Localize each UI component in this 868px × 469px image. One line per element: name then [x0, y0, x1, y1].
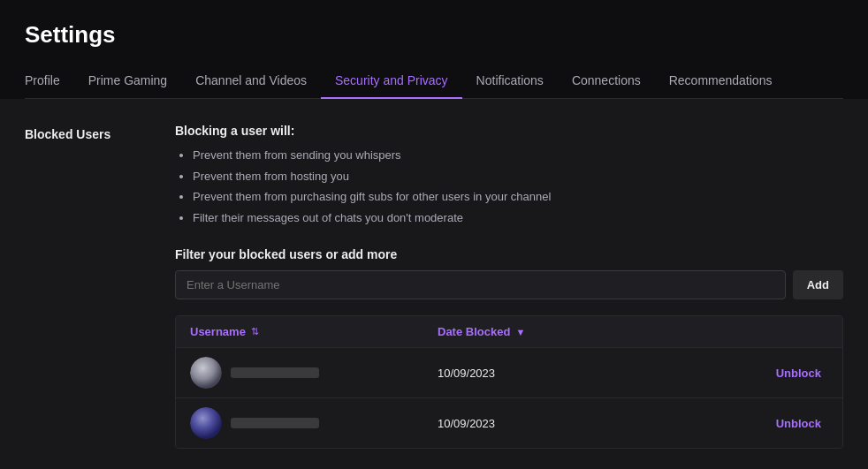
row-2-date: 10/09/2023 — [438, 417, 758, 430]
bullet-4: Filter their messages out of chats you d… — [193, 209, 843, 227]
row-2-username-blurred — [231, 418, 319, 428]
username-input[interactable] — [175, 270, 786, 299]
section-sidebar-title: Blocked Users — [25, 124, 140, 141]
blocking-bullets: Prevent them from sending you whispers P… — [175, 147, 843, 226]
filter-title: Filter your blocked users or add more — [175, 247, 843, 261]
date-col-label: Date Blocked — [438, 325, 510, 338]
bullet-1: Prevent them from sending you whispers — [193, 147, 843, 164]
row-1-username-cell — [190, 357, 438, 389]
row-1-unblock-button[interactable]: Unblock — [769, 363, 828, 383]
table-header: Username ⇅ Date Blocked ▼ — [176, 316, 842, 348]
col-date-header: Date Blocked ▼ — [438, 325, 828, 338]
nav-tabs: Profile Prime Gaming Channel and Videos … — [25, 66, 843, 99]
content-area: Blocked Users Blocking a user will: Prev… — [0, 99, 868, 469]
bullet-2: Prevent them from hosting you — [193, 168, 843, 185]
tab-channel-and-videos[interactable]: Channel and Videos — [181, 66, 321, 98]
tab-notifications[interactable]: Notifications — [462, 66, 558, 98]
tab-connections[interactable]: Connections — [558, 66, 655, 98]
row-2-unblock-button[interactable]: Unblock — [769, 413, 828, 434]
username-sort-icon[interactable]: ⇅ — [251, 326, 259, 337]
blocking-title: Blocking a user will: — [175, 124, 843, 138]
page-title: Settings — [25, 21, 843, 49]
row-2-username-cell — [190, 407, 438, 439]
filter-row: Add — [175, 270, 843, 299]
tab-security-and-privacy[interactable]: Security and Privacy — [321, 66, 462, 98]
blocked-users-table: Username ⇅ Date Blocked ▼ — [175, 315, 843, 449]
table-row: 10/09/2023 Unblock — [176, 348, 842, 398]
row-1-action: Unblock — [758, 363, 828, 383]
svg-point-0 — [190, 357, 222, 389]
tab-prime-gaming[interactable]: Prime Gaming — [74, 66, 181, 98]
row-2-action: Unblock — [758, 413, 828, 434]
username-col-label: Username — [190, 325, 246, 338]
tab-recommendations[interactable]: Recommendations — [655, 66, 787, 98]
section-main: Blocking a user will: Prevent them from … — [175, 124, 843, 469]
tab-profile[interactable]: Profile — [25, 66, 74, 98]
row-1-username-blurred — [231, 367, 319, 378]
bullet-3: Prevent them from purchasing gift subs f… — [193, 188, 843, 206]
col-username-header: Username ⇅ — [190, 325, 438, 338]
row-1-date: 10/09/2023 — [438, 367, 758, 380]
table-row: 10/09/2023 Unblock — [176, 398, 842, 448]
svg-point-1 — [190, 407, 222, 439]
date-sort-icon[interactable]: ▼ — [515, 327, 525, 337]
row-2-avatar — [190, 407, 222, 439]
add-button[interactable]: Add — [793, 270, 843, 299]
row-1-avatar — [190, 357, 222, 389]
